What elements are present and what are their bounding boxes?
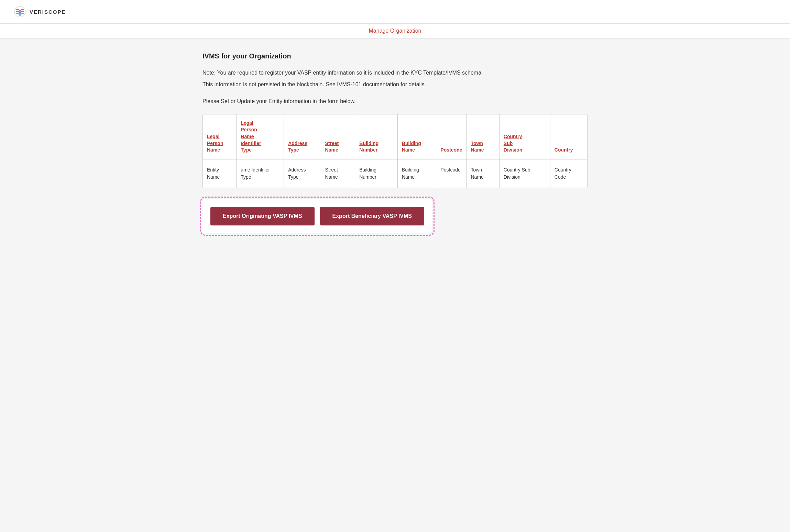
td-address-type: Address Type — [284, 159, 321, 188]
export-beneficiary-button[interactable]: Export Beneficiary VASP IVMS — [320, 207, 424, 225]
export-originating-button[interactable]: Export Originating VASP IVMS — [210, 207, 315, 225]
app-header: VERISCOPE — [0, 0, 790, 24]
td-building-name: Building Name — [397, 159, 436, 188]
td-postcode: Postcode — [436, 159, 467, 188]
table-row: Entity Name ame Identifier Type Address … — [203, 159, 587, 188]
td-legal-person-name-identifier-type: ame Identifier Type — [237, 159, 284, 188]
table-header-row: LegalPersonName LegalPersonNameIdentifie… — [203, 114, 587, 159]
nav-bar: Manage Organization — [0, 24, 790, 38]
td-country: Country Code — [550, 159, 587, 188]
th-postcode: Postcode — [436, 114, 467, 159]
th-address-type: AddressType — [284, 114, 321, 159]
manage-organization-link[interactable]: Manage Organization — [369, 28, 421, 34]
td-street-name: Street Name — [321, 159, 355, 188]
td-legal-person-name: Entity Name — [203, 159, 237, 188]
ivms-table: LegalPersonName LegalPersonNameIdentifie… — [203, 114, 587, 188]
description-2: This information is not persisted in the… — [202, 80, 588, 89]
th-building-number: BuildingNumber — [355, 114, 398, 159]
ivms-table-container: LegalPersonName LegalPersonNameIdentifie… — [202, 114, 588, 188]
logo-text: VERISCOPE — [30, 9, 66, 15]
td-building-number: Building Number — [355, 159, 398, 188]
main-content: IVMS for your Organization Note: You are… — [189, 38, 601, 247]
th-legal-person-name: LegalPersonName — [203, 114, 237, 159]
th-country-sub-division: CountrySubDivision — [499, 114, 550, 159]
veriscope-logo-icon — [14, 5, 26, 18]
th-legal-person-name-identifier-type: LegalPersonNameIdentifierType — [237, 114, 284, 159]
logo-container: VERISCOPE — [14, 5, 66, 18]
export-buttons-area: Export Originating VASP IVMS Export Bene… — [202, 199, 432, 233]
th-country: Country — [550, 114, 587, 159]
td-town-name: Town Name — [467, 159, 499, 188]
th-town-name: TownName — [467, 114, 499, 159]
description-1: Note: You are required to register your … — [202, 68, 588, 77]
td-country-sub-division: Country Sub Division — [499, 159, 550, 188]
th-building-name: BuildingName — [397, 114, 436, 159]
page-title: IVMS for your Organization — [202, 52, 588, 60]
th-street-name: StreetName — [321, 114, 355, 159]
description-3: Please Set or Update your Entity informa… — [202, 97, 588, 106]
